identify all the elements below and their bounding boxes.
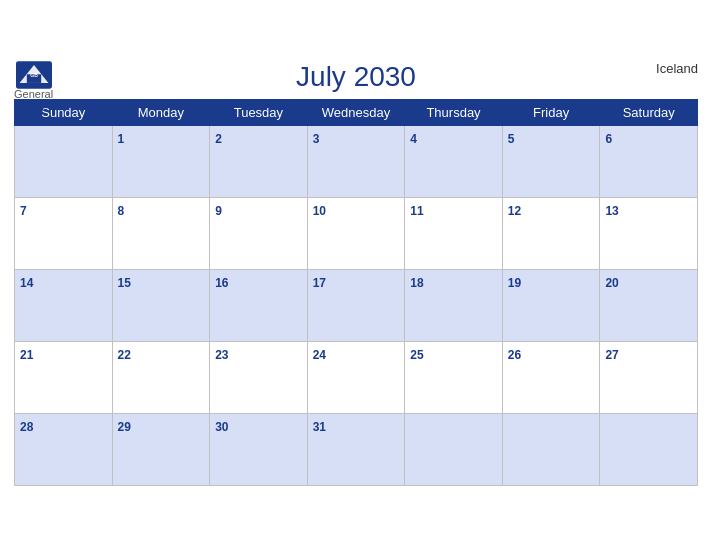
calendar-cell: 25 [405, 341, 503, 413]
calendar-cell: 26 [502, 341, 600, 413]
svg-text:GB: GB [30, 72, 38, 78]
country-label: Iceland [656, 61, 698, 76]
day-number: 30 [215, 420, 228, 434]
day-number: 16 [215, 276, 228, 290]
calendar-cell: 22 [112, 341, 210, 413]
calendar-cell: 18 [405, 269, 503, 341]
calendar-cell [600, 413, 698, 485]
calendar-cell: 5 [502, 125, 600, 197]
calendar-cell: 23 [210, 341, 308, 413]
day-number: 13 [605, 204, 618, 218]
calendar-cell: 29 [112, 413, 210, 485]
calendar-cell: 6 [600, 125, 698, 197]
day-number: 26 [508, 348, 521, 362]
calendar-cell: 10 [307, 197, 405, 269]
day-number: 12 [508, 204, 521, 218]
calendar-cell: 1 [112, 125, 210, 197]
day-number: 6 [605, 132, 612, 146]
calendar-cell: 20 [600, 269, 698, 341]
calendar-cell [502, 413, 600, 485]
day-number: 28 [20, 420, 33, 434]
day-number: 10 [313, 204, 326, 218]
calendar-cell: 27 [600, 341, 698, 413]
calendar-cell: 28 [15, 413, 113, 485]
logo-general-text: General [14, 89, 53, 100]
day-number: 18 [410, 276, 423, 290]
logo-blue-text: Blue [19, 100, 47, 113]
calendar-week-row: 14151617181920 [15, 269, 698, 341]
day-number: 3 [313, 132, 320, 146]
calendar-cell: 4 [405, 125, 503, 197]
day-number: 1 [118, 132, 125, 146]
day-number: 4 [410, 132, 417, 146]
calendar-cell: 2 [210, 125, 308, 197]
day-number: 23 [215, 348, 228, 362]
calendar-cell: 11 [405, 197, 503, 269]
calendar-cell [15, 125, 113, 197]
day-number: 9 [215, 204, 222, 218]
day-number: 29 [118, 420, 131, 434]
calendar-cell: 13 [600, 197, 698, 269]
day-number: 24 [313, 348, 326, 362]
day-number: 2 [215, 132, 222, 146]
calendar-cell: 9 [210, 197, 308, 269]
day-header-thursday: Thursday [405, 99, 503, 125]
calendar-cell: 8 [112, 197, 210, 269]
day-header-saturday: Saturday [600, 99, 698, 125]
day-number: 7 [20, 204, 27, 218]
calendar-cell: 12 [502, 197, 600, 269]
logo-area: GB General Blue [14, 61, 53, 113]
day-number: 14 [20, 276, 33, 290]
calendar-cell: 7 [15, 197, 113, 269]
day-number: 15 [118, 276, 131, 290]
day-header-monday: Monday [112, 99, 210, 125]
calendar-cell: 31 [307, 413, 405, 485]
calendar-header: GB General Blue July 2030 Iceland [14, 61, 698, 93]
calendar-cell: 3 [307, 125, 405, 197]
calendar-week-row: 123456 [15, 125, 698, 197]
calendar-cell: 14 [15, 269, 113, 341]
calendar-cell: 24 [307, 341, 405, 413]
calendar-week-row: 28293031 [15, 413, 698, 485]
calendar-cell: 21 [15, 341, 113, 413]
day-number: 31 [313, 420, 326, 434]
calendar-title: July 2030 [296, 61, 416, 93]
calendar-table: SundayMondayTuesdayWednesdayThursdayFrid… [14, 99, 698, 486]
calendar-cell: 19 [502, 269, 600, 341]
calendar-cell: 15 [112, 269, 210, 341]
calendar-cell: 16 [210, 269, 308, 341]
calendar-week-row: 21222324252627 [15, 341, 698, 413]
generalblue-logo-icon: GB [16, 61, 52, 89]
calendar-wrapper: GB General Blue July 2030 Iceland Sunday… [0, 51, 712, 500]
day-number: 8 [118, 204, 125, 218]
calendar-cell: 17 [307, 269, 405, 341]
day-header-tuesday: Tuesday [210, 99, 308, 125]
day-header-friday: Friday [502, 99, 600, 125]
calendar-week-row: 78910111213 [15, 197, 698, 269]
day-number: 25 [410, 348, 423, 362]
day-number: 19 [508, 276, 521, 290]
day-number: 5 [508, 132, 515, 146]
day-number: 11 [410, 204, 423, 218]
day-number: 22 [118, 348, 131, 362]
day-number: 27 [605, 348, 618, 362]
days-header-row: SundayMondayTuesdayWednesdayThursdayFrid… [15, 99, 698, 125]
day-number: 20 [605, 276, 618, 290]
day-header-wednesday: Wednesday [307, 99, 405, 125]
calendar-cell: 30 [210, 413, 308, 485]
day-number: 21 [20, 348, 33, 362]
calendar-cell [405, 413, 503, 485]
day-number: 17 [313, 276, 326, 290]
